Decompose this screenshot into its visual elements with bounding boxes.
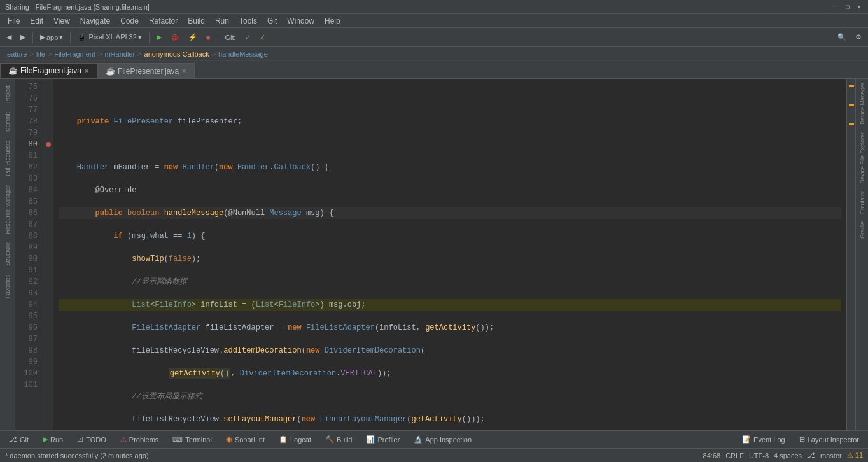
sidebar-emulator[interactable]: Emulator <box>858 187 867 218</box>
branch-name[interactable]: master <box>820 452 842 459</box>
sidebar-resource-manager[interactable]: Resource Manager <box>3 181 12 238</box>
menu-code[interactable]: Code <box>115 15 144 27</box>
cursor-position[interactable]: 84:68 <box>703 452 721 459</box>
breadcrumb-mhandler[interactable]: mHandler <box>104 50 135 58</box>
breadcrumb-fragment[interactable]: FileFragment <box>54 50 95 58</box>
menu-file[interactable]: File <box>3 15 25 27</box>
minimize-button[interactable]: ─ <box>832 3 840 11</box>
stop-button[interactable]: ■ <box>202 32 214 43</box>
code-line-81: if (msg.what == 1) { <box>59 230 841 242</box>
sidebar-commit[interactable]: Commit <box>3 108 12 136</box>
sidebar-left: Project Commit Pull Requests Resource Ma… <box>0 79 15 430</box>
code-line-80: public boolean handleMessage(@NonNull Me… <box>59 207 841 219</box>
window-controls: ─ ❐ ✕ <box>832 3 863 11</box>
code-line-89: fileListRecycleView.setLayoutManager(new… <box>59 414 841 425</box>
bottom-app-inspection[interactable]: 🔬 App Inspection <box>407 433 478 445</box>
encoding[interactable]: UTF-8 <box>749 452 769 459</box>
gutter-80[interactable] <box>43 139 53 150</box>
menu-run[interactable]: Run <box>210 15 234 27</box>
sidebar-favorites[interactable]: Favorites <box>3 271 12 302</box>
run-config-dropdown[interactable]: ▶ app ▾ <box>36 32 67 43</box>
right-margin-scrollbar[interactable] <box>846 79 855 430</box>
line-99: 99 <box>15 356 43 368</box>
problems-icon: ⚠ <box>120 435 127 444</box>
menu-navigate[interactable]: Navigate <box>75 15 115 27</box>
line-78: 78 <box>15 116 43 127</box>
tab-close-filefragment[interactable]: ✕ <box>84 67 89 74</box>
device-dropdown[interactable]: 📱 Pixel XL API 32 ▾ <box>74 32 145 43</box>
run-icon: ▶ <box>43 435 48 444</box>
line-ending[interactable]: CRLF <box>725 452 744 459</box>
code-line-78: Handler mHandler = new Handler(new Handl… <box>59 162 841 173</box>
gutter <box>43 79 53 430</box>
line-101: 101 <box>15 379 43 391</box>
tab-filefragment[interactable]: ☕ FileFragment.java ✕ <box>0 63 97 78</box>
forward-button[interactable]: ▶ <box>17 32 29 43</box>
line-100: 100 <box>15 368 43 379</box>
breadcrumb-callback[interactable]: anonymous Callback <box>144 50 209 58</box>
tab-close-filepresenter[interactable]: ✕ <box>181 67 186 74</box>
menu-refactor[interactable]: Refactor <box>144 15 183 27</box>
bottom-problems[interactable]: ⚠ Problems <box>114 433 165 445</box>
profiler-icon: 📊 <box>366 435 375 444</box>
bottom-sonarlint[interactable]: ◉ SonarLint <box>220 433 271 445</box>
gutter-98 <box>43 345 53 356</box>
gutter-78 <box>43 116 53 127</box>
gutter-92 <box>43 276 53 288</box>
breadcrumb-handlemessage[interactable]: handleMessage <box>218 50 268 58</box>
breadcrumb-feature[interactable]: feature <box>5 50 27 58</box>
code-line-79: @Override <box>59 185 841 196</box>
gutter-77 <box>43 104 53 116</box>
code-line-86: fileListRecycleView.addItemDecoration(ne… <box>59 345 841 356</box>
bottom-todo[interactable]: ☑ TODO <box>71 433 113 445</box>
menu-build[interactable]: Build <box>183 15 210 27</box>
menu-help[interactable]: Help <box>319 15 346 27</box>
git-button[interactable]: Git: <box>221 32 240 43</box>
attach-button[interactable]: ⚡ <box>185 32 201 43</box>
bottom-git[interactable]: ⎇ Git <box>3 433 35 445</box>
sidebar-project[interactable]: Project <box>3 81 12 107</box>
menu-window[interactable]: Window <box>282 15 319 27</box>
bottom-toolbar: ⎇ Git ▶ Run ☑ TODO ⚠ Problems ⌨ Terminal… <box>0 430 868 448</box>
breadcrumb-file[interactable]: file <box>36 50 45 58</box>
git-check2[interactable]: ✓ <box>256 32 269 43</box>
sidebar-pull-requests[interactable]: Pull Requests <box>3 137 12 180</box>
inspection-icon: 🔬 <box>414 435 423 444</box>
warnings-count[interactable]: ⚠ 11 <box>847 451 863 459</box>
indent[interactable]: 4 spaces <box>774 452 802 459</box>
gutter-100 <box>43 368 53 379</box>
bottom-terminal[interactable]: ⌨ Terminal <box>166 433 218 445</box>
toolbar-separator-1 <box>32 32 33 43</box>
close-button[interactable]: ✕ <box>855 3 863 11</box>
git-check[interactable]: ✓ <box>241 32 255 43</box>
menu-view[interactable]: View <box>48 15 75 27</box>
gutter-79 <box>43 127 53 139</box>
bottom-logcat[interactable]: 📋 Logcat <box>272 433 318 445</box>
eventlog-icon: 📝 <box>742 435 751 444</box>
code-lines[interactable]: private FilePresenter filePresenter; Han… <box>53 79 846 430</box>
sidebar-device-manager[interactable]: Device Manager <box>858 79 867 129</box>
code-line-75 <box>59 93 841 104</box>
debug-button[interactable]: 🐞 <box>167 32 183 43</box>
back-button[interactable]: ◀ <box>3 32 15 43</box>
sidebar-device-explorer[interactable]: Device File Explorer <box>858 129 867 188</box>
bottom-layout-inspector[interactable]: ⊞ Layout Inspector <box>793 433 865 445</box>
sidebar-structure[interactable]: Structure <box>3 239 12 270</box>
title-text: Sharing - FileFragment.java [Sharing.fil… <box>5 3 150 11</box>
chevron-down-icon: ▾ <box>59 33 63 41</box>
toolbar-separator-4 <box>218 32 218 43</box>
sidebar-gradle[interactable]: Gradle <box>858 218 867 242</box>
search-everywhere[interactable]: 🔍 <box>834 32 850 43</box>
bottom-event-log[interactable]: 📝 Event Log <box>736 433 792 445</box>
settings-button[interactable]: ⚙ <box>851 32 865 43</box>
menu-tools[interactable]: Tools <box>234 15 262 27</box>
maximize-button[interactable]: ❐ <box>844 3 851 11</box>
bottom-build[interactable]: 🔨 Build <box>319 433 358 445</box>
menu-git[interactable]: Git <box>262 15 282 27</box>
menu-edit[interactable]: Edit <box>25 15 48 27</box>
code-area[interactable]: 75 76 77 78 79 80 81 82 83 84 85 86 87 8… <box>15 79 855 430</box>
bottom-profiler[interactable]: 📊 Profiler <box>360 433 406 445</box>
bottom-run[interactable]: ▶ Run <box>36 433 69 445</box>
tab-filepresenter[interactable]: ☕ FilePresenter.java ✕ <box>97 63 195 78</box>
run-button[interactable]: ▶ <box>153 32 165 43</box>
